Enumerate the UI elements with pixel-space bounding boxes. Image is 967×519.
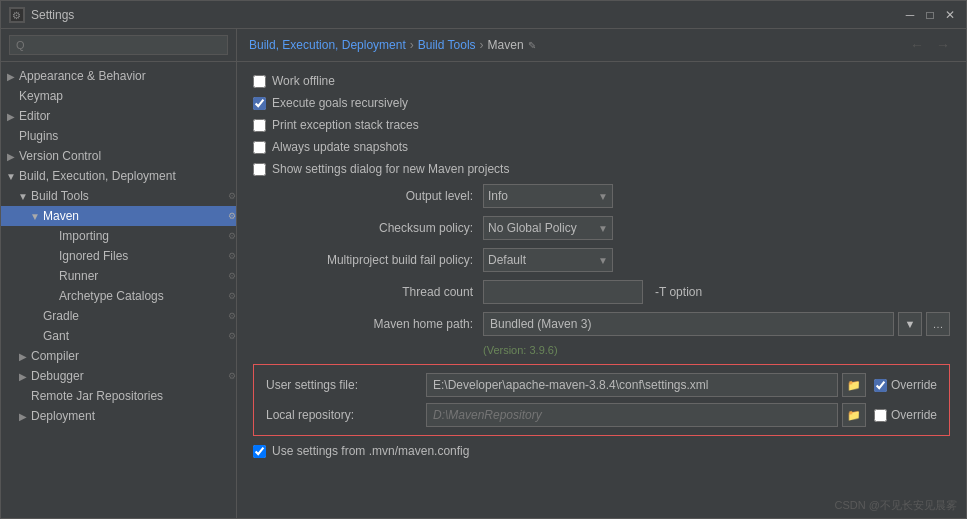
execute-goals-label[interactable]: Execute goals recursively xyxy=(253,96,408,110)
sidebar-item-deployment[interactable]: ▶ Deployment xyxy=(1,406,236,426)
local-repository-input[interactable] xyxy=(426,403,838,427)
output-level-select[interactable]: Info ▼ xyxy=(483,184,613,208)
dropdown-arrow-icon: ▼ xyxy=(598,223,608,234)
maven-home-control: ▼ … xyxy=(483,312,950,336)
user-settings-input-wrap: 📁 xyxy=(426,373,866,397)
edit-icon: ✎ xyxy=(528,40,536,51)
arrow-icon: ▶ xyxy=(5,151,17,162)
arrow-icon xyxy=(45,271,57,282)
gear-icon: ⚙ xyxy=(228,251,236,261)
sidebar-item-gant[interactable]: Gant ⚙ xyxy=(1,326,236,346)
maven-version-text: (Version: 3.9.6) xyxy=(483,344,950,356)
sidebar-item-debugger[interactable]: ▶ Debugger ⚙ xyxy=(1,366,236,386)
main-content: ▶ Appearance & Behavior Keymap ▶ Editor … xyxy=(1,29,966,518)
forward-button[interactable]: → xyxy=(932,37,954,53)
sidebar-item-build-tools[interactable]: ▼ Build Tools ⚙ xyxy=(1,186,236,206)
multiproject-policy-select[interactable]: Default ▼ xyxy=(483,248,613,272)
sidebar-item-ignored-files[interactable]: Ignored Files ⚙ xyxy=(1,246,236,266)
window-title: Settings xyxy=(31,8,902,22)
sidebar-item-label: Remote Jar Repositories xyxy=(29,388,236,404)
always-update-checkbox[interactable] xyxy=(253,141,266,154)
sidebar-item-label: Runner xyxy=(57,268,226,284)
work-offline-checkbox[interactable] xyxy=(253,75,266,88)
minimize-button[interactable]: ─ xyxy=(902,7,918,23)
checksum-policy-value: No Global Policy xyxy=(488,221,577,235)
gear-icon: ⚙ xyxy=(228,331,236,341)
print-exception-checkbox[interactable] xyxy=(253,119,266,132)
sidebar-item-label: Plugins xyxy=(17,128,236,144)
user-settings-override-checkbox[interactable] xyxy=(874,379,887,392)
gear-icon: ⚙ xyxy=(228,191,236,201)
execute-goals-row: Execute goals recursively xyxy=(253,96,950,110)
maven-home-browse-btn[interactable]: … xyxy=(926,312,950,336)
user-settings-input[interactable] xyxy=(426,373,838,397)
sidebar-item-compiler[interactable]: ▶ Compiler xyxy=(1,346,236,366)
breadcrumb-sep-1: › xyxy=(410,38,414,52)
breadcrumb-sep-2: › xyxy=(480,38,484,52)
output-level-label: Output level: xyxy=(253,189,483,203)
maximize-button[interactable]: □ xyxy=(922,7,938,23)
maven-home-input[interactable] xyxy=(483,312,894,336)
sidebar-item-remote-jar[interactable]: Remote Jar Repositories xyxy=(1,386,236,406)
sidebar-item-build-exec[interactable]: ▼ Build, Execution, Deployment xyxy=(1,166,236,186)
search-input[interactable] xyxy=(9,35,228,55)
sidebar-item-label: Build Tools xyxy=(29,188,226,204)
execute-goals-checkbox[interactable] xyxy=(253,97,266,110)
sidebar-item-appearance[interactable]: ▶ Appearance & Behavior xyxy=(1,66,236,86)
gear-icon: ⚙ xyxy=(228,211,236,221)
arrow-icon: ▶ xyxy=(17,411,29,422)
local-repository-input-wrap: 📁 xyxy=(426,403,866,427)
thread-count-input[interactable] xyxy=(483,280,643,304)
multiproject-policy-value: Default xyxy=(488,253,526,267)
multiproject-policy-control: Default ▼ xyxy=(483,248,613,272)
sidebar-item-plugins[interactable]: Plugins xyxy=(1,126,236,146)
show-settings-label[interactable]: Show settings dialog for new Maven proje… xyxy=(253,162,509,176)
sidebar-item-label: Version Control xyxy=(17,148,236,164)
sidebar-item-label: Importing xyxy=(57,228,226,244)
sidebar-item-label: Archetype Catalogs xyxy=(57,288,226,304)
use-settings-row: Use settings from .mvn/maven.config xyxy=(253,444,950,458)
use-settings-checkbox[interactable] xyxy=(253,445,266,458)
settings-body: Work offline Execute goals recursively P… xyxy=(237,62,966,518)
local-repository-browse-btn[interactable]: 📁 xyxy=(842,403,866,427)
sidebar-item-gradle[interactable]: Gradle ⚙ xyxy=(1,306,236,326)
work-offline-label[interactable]: Work offline xyxy=(253,74,335,88)
print-exception-label[interactable]: Print exception stack traces xyxy=(253,118,419,132)
arrow-icon: ▼ xyxy=(29,211,41,222)
sidebar-item-version-control[interactable]: ▶ Version Control xyxy=(1,146,236,166)
gear-icon: ⚙ xyxy=(228,231,236,241)
use-settings-label[interactable]: Use settings from .mvn/maven.config xyxy=(253,444,469,458)
print-exception-text: Print exception stack traces xyxy=(272,118,419,132)
gear-icon: ⚙ xyxy=(228,371,236,381)
sidebar-item-runner[interactable]: Runner ⚙ xyxy=(1,266,236,286)
checksum-policy-select[interactable]: No Global Policy ▼ xyxy=(483,216,613,240)
output-level-row: Output level: Info ▼ xyxy=(253,184,950,208)
gear-icon: ⚙ xyxy=(228,291,236,301)
maven-home-dropdown-btn[interactable]: ▼ xyxy=(898,312,922,336)
title-bar: ⚙ Settings ─ □ ✕ xyxy=(1,1,966,29)
always-update-label[interactable]: Always update snapshots xyxy=(253,140,408,154)
sidebar-item-keymap[interactable]: Keymap xyxy=(1,86,236,106)
sidebar-item-archetype-catalogs[interactable]: Archetype Catalogs ⚙ xyxy=(1,286,236,306)
breadcrumb-build-tools[interactable]: Build Tools xyxy=(418,38,476,52)
show-settings-text: Show settings dialog for new Maven proje… xyxy=(272,162,509,176)
checksum-policy-row: Checksum policy: No Global Policy ▼ xyxy=(253,216,950,240)
sidebar-item-label: Editor xyxy=(17,108,236,124)
user-settings-browse-btn[interactable]: 📁 xyxy=(842,373,866,397)
sidebar-item-label: Keymap xyxy=(17,88,236,104)
back-button[interactable]: ← xyxy=(906,37,928,53)
sidebar-item-importing[interactable]: Importing ⚙ xyxy=(1,226,236,246)
user-settings-label: User settings file: xyxy=(266,378,426,392)
show-settings-checkbox[interactable] xyxy=(253,163,266,176)
arrow-icon: ▶ xyxy=(17,371,29,382)
sidebar-item-label: Ignored Files xyxy=(57,248,226,264)
t-option-label: -T option xyxy=(655,285,702,299)
always-update-row: Always update snapshots xyxy=(253,140,950,154)
thread-count-label: Thread count xyxy=(253,285,483,299)
breadcrumb-build[interactable]: Build, Execution, Deployment xyxy=(249,38,406,52)
sidebar-item-label: Compiler xyxy=(29,348,236,364)
local-repository-override-checkbox[interactable] xyxy=(874,409,887,422)
sidebar-item-maven[interactable]: ▼ Maven ⚙ xyxy=(1,206,236,226)
sidebar-item-editor[interactable]: ▶ Editor xyxy=(1,106,236,126)
close-button[interactable]: ✕ xyxy=(942,7,958,23)
